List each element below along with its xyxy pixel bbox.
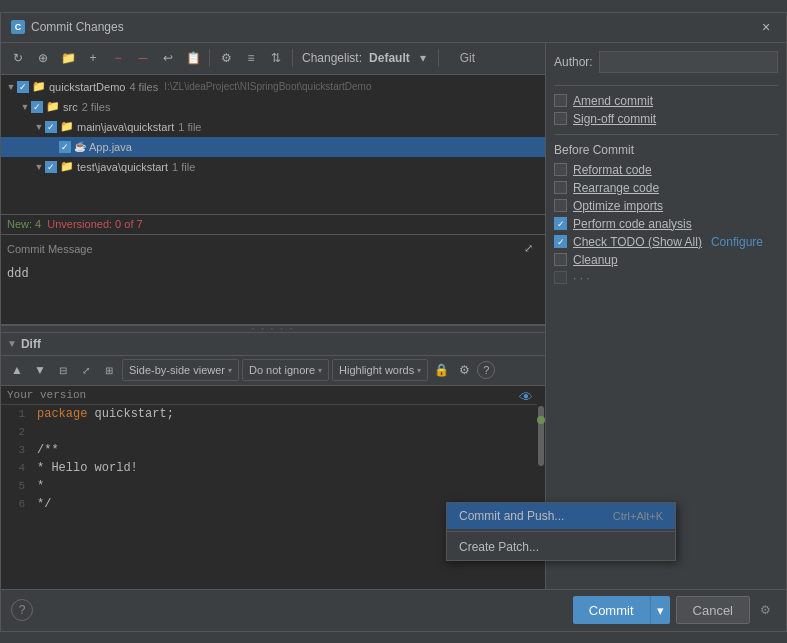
signoff-commit-label[interactable]: Sign-off commit (573, 112, 656, 126)
tree-item-test[interactable]: ▼ 📁 test\java\quickstart 1 file (1, 157, 545, 177)
tree-arrow-4: ▼ (33, 162, 45, 172)
status-unversioned: Unversioned: 0 of 7 (47, 218, 142, 230)
scrollbar-indicator (537, 416, 545, 424)
tree-item-src[interactable]: ▼ 📁 src 2 files (1, 97, 545, 117)
line-num-2: 2 (1, 423, 31, 441)
refresh-button[interactable]: ↻ (7, 47, 29, 69)
rearrange-label[interactable]: Rearrange code (573, 181, 659, 195)
author-label: Author: (554, 55, 593, 69)
tree-item-appjava[interactable]: ☕ App.java (1, 137, 545, 157)
resize-handle[interactable]: · · · · · (1, 325, 545, 333)
line-content-2 (31, 423, 37, 441)
commit-and-push-label: Commit and Push... (459, 509, 564, 523)
changelist-dropdown[interactable]: ▾ (413, 48, 433, 68)
checkbox-appjava[interactable] (59, 141, 71, 153)
separator-2 (292, 49, 293, 67)
tree-meta-1: 2 files (82, 101, 111, 113)
checktodo-checkbox[interactable] (554, 235, 567, 248)
optimize-checkbox[interactable] (554, 199, 567, 212)
vcs-button[interactable]: ⊕ (32, 47, 54, 69)
diff-prev-button[interactable]: ▲ (7, 360, 27, 380)
commit-message-expand[interactable]: ⤢ (517, 238, 539, 260)
checkbox-test[interactable] (45, 161, 57, 173)
commit-dropdown-button[interactable]: ▾ (650, 596, 670, 624)
bottom-settings-button[interactable]: ⚙ (754, 599, 776, 621)
diff-settings-button[interactable]: ⚙ (454, 360, 474, 380)
diff-title: Diff (21, 337, 41, 351)
tree-item-quickstartdemo[interactable]: ▼ 📁 quickstartDemo 4 files I:\ZL\ideaPro… (1, 77, 545, 97)
add-button[interactable]: + (82, 47, 104, 69)
extra-checkbox[interactable] (554, 271, 567, 284)
changelist-value: Default (369, 51, 410, 65)
diff-sync-button[interactable]: ⊟ (53, 360, 73, 380)
optimize-label[interactable]: Optimize imports (573, 199, 663, 213)
line-num-4: 4 (1, 459, 31, 477)
commit-and-push-item[interactable]: Commit and Push... Ctrl+Alt+K (447, 503, 675, 529)
bottom-bar: ? Commit ▾ Cancel ⚙ (1, 589, 786, 631)
diff-toolbar: ▲ ▼ ⊟ ⤢ ⊞ Side-by-side viewer ▾ Do not i… (1, 356, 545, 386)
tree-item-main[interactable]: ▼ 📁 main\java\quickstart 1 file (1, 117, 545, 137)
line-content-4: * Hello world! (31, 459, 138, 477)
git-tab[interactable]: Git (454, 49, 481, 67)
diff-help-button[interactable]: ? (477, 361, 495, 379)
browse-button[interactable]: 📁 (57, 47, 79, 69)
close-button[interactable]: × (756, 17, 776, 37)
diff-collapse-arrow[interactable]: ▼ (7, 338, 17, 349)
tree-name-0: quickstartDemo (49, 81, 125, 93)
tree-name-2: main\java\quickstart (77, 121, 174, 133)
title-bar-left: C Commit Changes (11, 20, 124, 34)
checkbox-src[interactable] (31, 101, 43, 113)
viewer-dropdown[interactable]: Side-by-side viewer ▾ (122, 359, 239, 381)
codeanalysis-row: Perform code analysis (554, 217, 778, 231)
remove-button[interactable]: − (107, 47, 129, 69)
cancel-button[interactable]: Cancel (676, 596, 750, 624)
amend-commit-label[interactable]: Amend commit (573, 94, 653, 108)
diff-collapse-button[interactable]: ⊞ (99, 360, 119, 380)
settings-button[interactable]: ⚙ (215, 47, 237, 69)
rearrange-row: Rearrange code (554, 181, 778, 195)
reformat-checkbox[interactable] (554, 163, 567, 176)
folder-icon-1: 📁 (46, 100, 60, 113)
undo-button[interactable]: ↩ (157, 47, 179, 69)
diff-next-button[interactable]: ▼ (30, 360, 50, 380)
checkbox-main[interactable] (45, 121, 57, 133)
top-toolbar: ↻ ⊕ 📁 + − ─ ↩ 📋 ⚙ ≡ ⇅ Changelist: Defaul… (1, 43, 545, 75)
configure-link[interactable]: Configure (711, 235, 763, 249)
diff-button[interactable]: ─ (132, 47, 154, 69)
rearrange-checkbox[interactable] (554, 181, 567, 194)
checktodo-label[interactable]: Check TODO (Show All) (573, 235, 702, 249)
cleanup-checkbox[interactable] (554, 253, 567, 266)
dropdown-separator (447, 531, 675, 532)
clipboard-button[interactable]: 📋 (182, 47, 204, 69)
help-button[interactable]: ? (11, 599, 33, 621)
tree-meta-2: 1 file (178, 121, 201, 133)
lock-button[interactable]: 🔒 (431, 360, 451, 380)
sort-button[interactable]: ⇅ (265, 47, 287, 69)
diff-scrollbar-thumb (538, 406, 544, 466)
author-input[interactable] (599, 51, 778, 73)
viewer-dropdown-label: Side-by-side viewer (129, 364, 225, 376)
create-patch-item[interactable]: Create Patch... (447, 534, 675, 560)
group-button[interactable]: ≡ (240, 47, 262, 69)
dialog-title: Commit Changes (31, 20, 124, 34)
signoff-commit-checkbox[interactable] (554, 112, 567, 125)
eye-icon[interactable]: 👁 (519, 390, 533, 406)
commit-message-section: Commit Message ⤢ ddd (1, 235, 545, 325)
ignore-dropdown[interactable]: Do not ignore ▾ (242, 359, 329, 381)
checkbox-quickstartdemo[interactable] (17, 81, 29, 93)
viewer-dropdown-arrow: ▾ (228, 366, 232, 375)
diff-line-2: 2 (1, 423, 545, 441)
highlight-dropdown[interactable]: Highlight words ▾ (332, 359, 428, 381)
codeanalysis-label[interactable]: Perform code analysis (573, 217, 692, 231)
extra-row: · · · (554, 271, 778, 285)
cleanup-row: Cleanup (554, 253, 778, 267)
commit-message-input[interactable]: ddd (1, 263, 545, 324)
diff-expand-button[interactable]: ⤢ (76, 360, 96, 380)
cleanup-label[interactable]: Cleanup (573, 253, 618, 267)
codeanalysis-checkbox[interactable] (554, 217, 567, 230)
amend-commit-checkbox[interactable] (554, 94, 567, 107)
commit-button[interactable]: Commit (573, 596, 650, 624)
ignore-dropdown-arrow: ▾ (318, 366, 322, 375)
reformat-label[interactable]: Reformat code (573, 163, 652, 177)
tree-path-0: I:\ZL\ideaProject\NISpringBoot\quickstar… (164, 81, 371, 92)
